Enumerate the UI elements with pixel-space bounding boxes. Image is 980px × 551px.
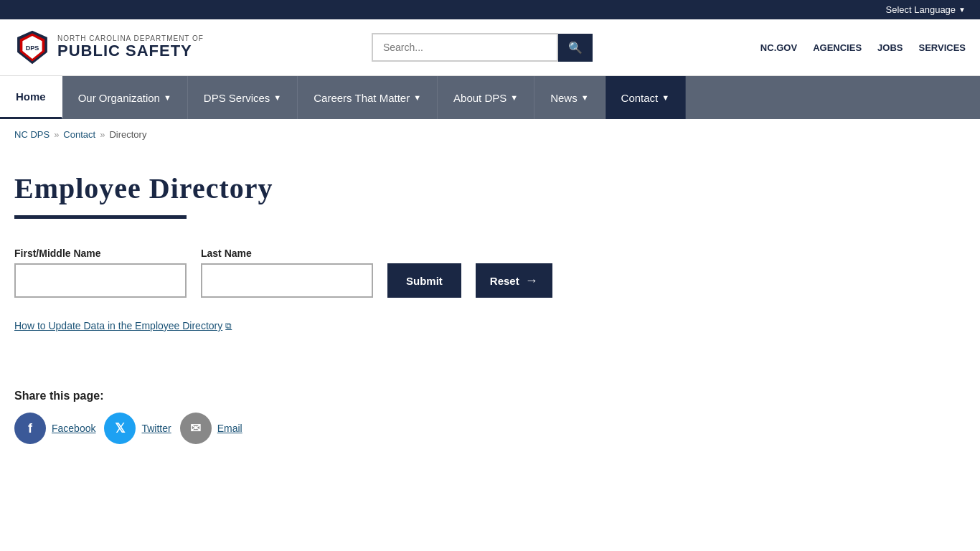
first-name-label: First/Middle Name xyxy=(14,248,187,259)
breadcrumb-contact[interactable]: Contact xyxy=(63,129,95,140)
site-header: DPS NORTH CAROLINA DEPARTMENT OF PUBLIC … xyxy=(0,19,980,76)
nav-contact[interactable]: Contact ▼ xyxy=(606,76,687,119)
nav-dps-services[interactable]: DPS Services ▼ xyxy=(188,76,298,119)
external-link-icon: ⧉ xyxy=(225,321,232,331)
update-data-link[interactable]: How to Update Data in the Employee Direc… xyxy=(14,320,232,331)
breadcrumb-sep-1: » xyxy=(54,129,59,140)
twitter-label: Twitter xyxy=(141,423,171,434)
share-buttons: f Facebook 𝕏 Twitter ✉ Email xyxy=(14,413,847,444)
our-org-chevron-icon: ▼ xyxy=(164,93,171,102)
nav-about-dps[interactable]: About DPS ▼ xyxy=(438,76,534,119)
page-content: Employee Directory First/Middle Name Las… xyxy=(0,150,861,473)
breadcrumb-nc-dps[interactable]: NC DPS xyxy=(14,129,50,140)
page-title: Employee Directory xyxy=(14,171,847,205)
search-input[interactable] xyxy=(372,33,558,62)
submit-button[interactable]: Submit xyxy=(387,263,461,298)
first-name-input[interactable] xyxy=(14,263,187,298)
news-chevron-icon: ▼ xyxy=(581,93,589,102)
reset-arrow-icon: → xyxy=(525,273,538,288)
careers-chevron-icon: ▼ xyxy=(413,93,421,102)
title-underline xyxy=(14,215,187,219)
email-label: Email xyxy=(217,423,242,434)
nc-gov-link[interactable]: NC.GOV xyxy=(760,42,797,53)
utility-links: NC.GOV AGENCIES JOBS SERVICES xyxy=(760,42,966,53)
nav-careers[interactable]: Careers That Matter ▼ xyxy=(298,76,438,119)
breadcrumb-sep-2: » xyxy=(100,129,105,140)
first-name-field: First/Middle Name xyxy=(14,248,187,298)
logo-area: DPS NORTH CAROLINA DEPARTMENT OF PUBLIC … xyxy=(14,29,204,65)
directory-form: First/Middle Name Last Name Submit Reset… xyxy=(14,248,847,298)
dps-logo-icon: DPS xyxy=(14,29,50,65)
twitter-icon: 𝕏 xyxy=(104,413,136,444)
facebook-share-button[interactable]: f Facebook xyxy=(14,413,95,444)
facebook-icon: f xyxy=(14,413,46,444)
lang-chevron-icon: ▼ xyxy=(958,6,966,14)
nav-home[interactable]: Home xyxy=(0,76,62,119)
reset-label: Reset xyxy=(490,275,519,287)
lang-label: Select Language xyxy=(886,4,956,15)
agencies-link[interactable]: AGENCIES xyxy=(813,42,862,53)
jobs-link[interactable]: JOBS xyxy=(877,42,903,53)
about-dps-chevron-icon: ▼ xyxy=(510,93,518,102)
contact-chevron-icon: ▼ xyxy=(661,93,669,102)
services-link[interactable]: SERVICES xyxy=(918,42,966,53)
update-link-text: How to Update Data in the Employee Direc… xyxy=(14,320,222,331)
share-section: Share this page: f Facebook 𝕏 Twitter ✉ … xyxy=(14,375,847,444)
svg-text:DPS: DPS xyxy=(26,44,39,52)
twitter-share-button[interactable]: 𝕏 Twitter xyxy=(104,413,171,444)
main-nav: Home Our Organization ▼ DPS Services ▼ C… xyxy=(0,76,980,119)
email-share-button[interactable]: ✉ Email xyxy=(180,413,242,444)
last-name-label: Last Name xyxy=(201,248,373,259)
breadcrumb: NC DPS » Contact » Directory xyxy=(0,119,980,150)
facebook-label: Facebook xyxy=(52,423,95,434)
nav-our-organization[interactable]: Our Organization ▼ xyxy=(62,76,188,119)
language-selector[interactable]: Select Language ▼ xyxy=(886,4,966,15)
last-name-field: Last Name xyxy=(201,248,373,298)
reset-button[interactable]: Reset → xyxy=(476,263,552,298)
logo-text: NORTH CAROLINA DEPARTMENT OF PUBLIC SAFE… xyxy=(57,34,204,60)
dps-services-chevron-icon: ▼ xyxy=(273,93,281,102)
search-area: 🔍 xyxy=(372,33,593,62)
last-name-input[interactable] xyxy=(201,263,373,298)
nav-news[interactable]: News ▼ xyxy=(534,76,605,119)
email-icon: ✉ xyxy=(180,413,212,444)
share-label: Share this page: xyxy=(14,390,847,402)
dept-name: PUBLIC SAFETY xyxy=(57,42,204,60)
search-button[interactable]: 🔍 xyxy=(558,34,593,62)
top-bar: Select Language ▼ xyxy=(0,0,980,19)
breadcrumb-directory: Directory xyxy=(109,129,146,140)
